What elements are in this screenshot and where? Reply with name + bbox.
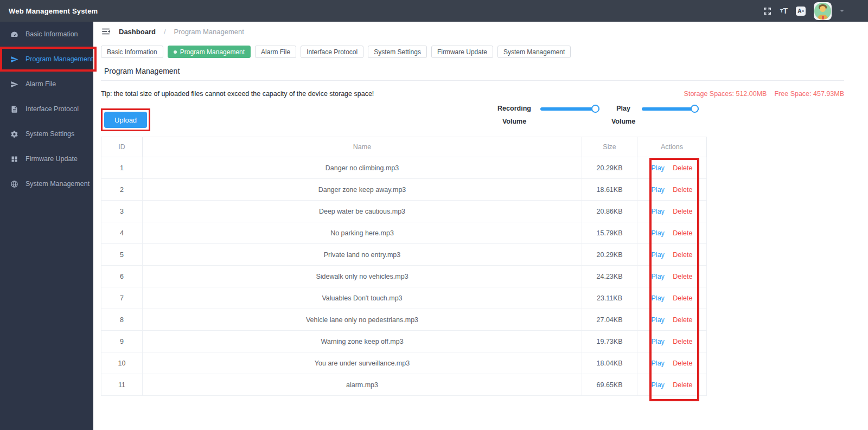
cell-name: You are under surveillance.mp3 (143, 352, 582, 374)
header-id: ID (101, 137, 143, 157)
cell-actions: Play Delete (637, 179, 707, 201)
table-header-row: ID Name Size Actions (101, 137, 707, 157)
play-link[interactable]: Play (652, 316, 665, 324)
delete-link[interactable]: Delete (673, 208, 692, 215)
sidebar-item-label: Firmware Update (25, 155, 78, 163)
breadcrumb-separator: / (164, 28, 166, 36)
caret-down-icon[interactable] (840, 10, 844, 14)
sidebar-item-system-management[interactable]: System Management (0, 171, 93, 196)
upload-button[interactable]: Upload (104, 112, 147, 128)
avatar[interactable] (814, 2, 832, 20)
sidebar-item-label: Basic Information (25, 30, 78, 38)
translate-icon[interactable]: Ax (796, 7, 806, 16)
tab-alarm-file[interactable]: Alarm File (255, 46, 296, 58)
cell-name: Sidewalk only no vehicles.mp3 (143, 266, 582, 287)
table-row: 5 Private land no entry.mp3 20.29KB Play… (101, 244, 707, 266)
tab-system-settings[interactable]: System Settings (368, 46, 427, 58)
slider-handle[interactable] (591, 105, 599, 113)
slider-handle[interactable] (691, 105, 699, 113)
recording-volume-slider[interactable] (540, 105, 599, 113)
table-row: 11 alarm.mp3 69.65KB Play Delete (101, 374, 707, 396)
cell-name: Danger zone keep away.mp3 (143, 179, 582, 201)
play-link[interactable]: Play (652, 186, 665, 194)
play-link[interactable]: Play (652, 273, 665, 280)
tab-program-management[interactable]: Program Management (168, 46, 251, 58)
sidebar-item-label: Alarm File (25, 80, 56, 88)
delete-link[interactable]: Delete (673, 273, 692, 280)
grid-icon (10, 155, 18, 163)
cell-size: 20.29KB (582, 157, 637, 179)
breadcrumb-dashboard[interactable]: Dashboard (119, 28, 156, 36)
main-content: Dashboard / Program Management Basic Inf… (93, 22, 868, 430)
divider (101, 80, 844, 81)
sidebar-item-system-settings[interactable]: System Settings (0, 121, 93, 146)
cell-actions: Play Delete (637, 309, 707, 331)
cell-name: Vehicle lane only no pedestrians.mp3 (143, 309, 582, 331)
sidebar-item-basic-information[interactable]: Basic Information (0, 22, 93, 47)
play-link[interactable]: Play (652, 251, 665, 259)
cell-size: 27.04KB (582, 309, 637, 331)
cell-name: Danger no climbing.mp3 (143, 157, 582, 179)
top-bar-actions: TT Ax (763, 2, 868, 20)
paper-plane-icon (10, 55, 18, 63)
header-actions: Actions (637, 137, 707, 157)
play-link[interactable]: Play (652, 360, 665, 367)
play-link[interactable]: Play (652, 294, 665, 302)
cell-actions: Play Delete (637, 374, 707, 396)
table-row: 10 You are under surveillance.mp3 18.04K… (101, 352, 707, 374)
play-link[interactable]: Play (652, 164, 665, 172)
cell-id: 7 (101, 287, 143, 309)
tab-label: System Management (503, 48, 565, 56)
sidebar-item-label: Program Management (25, 55, 93, 63)
sidebar-item-interface-protocol[interactable]: Interface Protocol (0, 97, 93, 121)
cell-size: 20.29KB (582, 244, 637, 266)
delete-link[interactable]: Delete (673, 294, 692, 302)
table-row: 1 Danger no climbing.mp3 20.29KB Play De… (101, 157, 707, 179)
delete-link[interactable]: Delete (673, 251, 692, 259)
menu-fold-icon[interactable] (101, 27, 111, 36)
table-row: 8 Vehicle lane only no pedestrians.mp3 2… (101, 309, 707, 331)
tab-system-management[interactable]: System Management (497, 46, 571, 58)
cell-size: 18.04KB (582, 352, 637, 374)
upload-annotation-box: Upload (101, 108, 150, 131)
app-title: Web Management System (9, 7, 98, 15)
avatar-image (814, 3, 831, 20)
slider-fill (540, 107, 599, 111)
tab-firmware-update[interactable]: Firmware Update (431, 46, 493, 58)
cell-size: 15.79KB (582, 222, 637, 244)
globe-icon (10, 180, 18, 188)
cell-name: No parking here.mp3 (143, 222, 582, 244)
cell-id: 5 (101, 244, 143, 266)
delete-link[interactable]: Delete (673, 316, 692, 324)
play-volume-slider[interactable] (642, 105, 699, 113)
cell-name: Deep water be cautious.mp3 (143, 201, 582, 222)
sidebar-item-label: System Settings (25, 130, 74, 138)
delete-link[interactable]: Delete (673, 229, 692, 237)
play-link[interactable]: Play (652, 208, 665, 215)
delete-link[interactable]: Delete (673, 186, 692, 194)
tab-bar: Basic Information Program Management Ala… (101, 46, 571, 58)
play-link[interactable]: Play (652, 338, 665, 345)
delete-link[interactable]: Delete (673, 338, 692, 345)
table-row: 6 Sidewalk only no vehicles.mp3 24.23KB … (101, 266, 707, 287)
delete-link[interactable]: Delete (673, 164, 692, 172)
delete-link[interactable]: Delete (673, 360, 692, 367)
delete-link[interactable]: Delete (673, 381, 692, 389)
header-size: Size (582, 137, 637, 157)
sidebar-item-program-management[interactable]: Program Management (0, 47, 93, 72)
cell-name: Valuables Don't touch.mp3 (143, 287, 582, 309)
fullscreen-icon[interactable] (763, 7, 772, 16)
sidebar-item-alarm-file[interactable]: Alarm File (0, 72, 93, 97)
program-table: ID Name Size Actions 1 Danger no climbin… (101, 137, 707, 396)
cell-actions: Play Delete (637, 287, 707, 309)
table-row: 7 Valuables Don't touch.mp3 23.11KB Play… (101, 287, 707, 309)
storage-info: Storage Spaces: 512.00MB Free Space: 457… (684, 90, 844, 98)
cell-id: 10 (101, 352, 143, 374)
font-size-icon[interactable]: TT (780, 7, 788, 15)
play-link[interactable]: Play (652, 229, 665, 237)
tab-interface-protocol[interactable]: Interface Protocol (301, 46, 363, 58)
table-row: 9 Warning zone keep off.mp3 19.73KB Play… (101, 331, 707, 352)
play-link[interactable]: Play (652, 381, 665, 389)
tab-basic-information[interactable]: Basic Information (101, 46, 163, 58)
sidebar-item-firmware-update[interactable]: Firmware Update (0, 146, 93, 171)
